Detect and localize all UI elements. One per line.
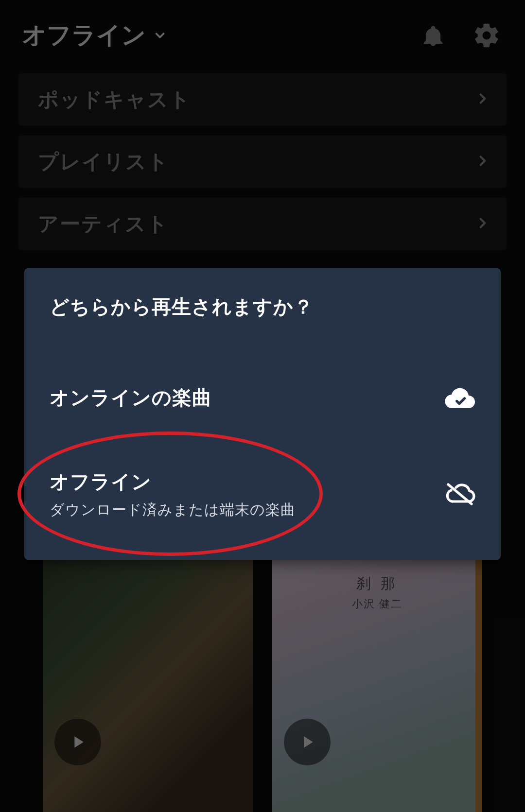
playback-source-dialog: どちらから再生されますか？ オンラインの楽曲 オフライン ダウンロード済みまたは…	[24, 268, 501, 560]
cloud-off-icon	[444, 482, 475, 507]
app-root: オフライン ポッドキャスト プレイリスト	[0, 0, 525, 812]
cloud-check-icon	[444, 386, 475, 410]
option-label: オンラインの楽曲	[50, 384, 212, 411]
dialog-title: どちらから再生されますか？	[50, 294, 475, 320]
option-online[interactable]: オンラインの楽曲	[50, 371, 475, 425]
option-sublabel: ダウンロード済みまたは端末の楽曲	[50, 500, 296, 520]
option-offline[interactable]: オフライン ダウンロード済みまたは端末の楽曲	[50, 455, 475, 534]
option-label: オフライン	[50, 468, 296, 495]
